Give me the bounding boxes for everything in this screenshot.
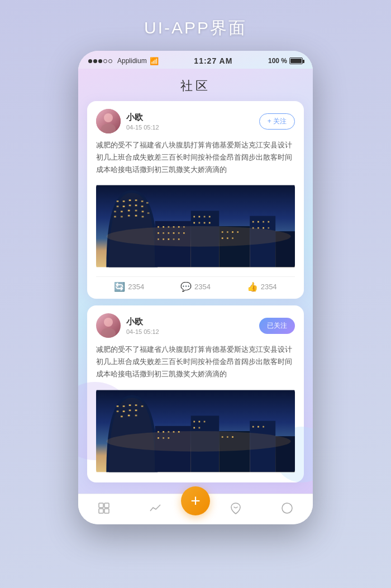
post-card-1: 小欧 04-15 05:12 + 关注 减肥的受不了福建省八块腹肌打算肯德基爱斯…: [87, 101, 304, 299]
page-wrapper: UI-APP界面 Applidium 📶 11:27 AM 100 %: [0, 0, 391, 588]
svg-rect-114: [99, 509, 103, 513]
page-title: UI-APP界面: [0, 0, 391, 51]
svg-rect-109: [252, 426, 254, 427]
svg-rect-20: [147, 213, 150, 214]
post-1-image: [96, 181, 295, 271]
svg-rect-80: [141, 405, 144, 407]
svg-rect-15: [114, 211, 116, 213]
svg-rect-4: [117, 200, 119, 202]
svg-rect-51: [209, 216, 211, 218]
like-icon: 👍: [247, 281, 258, 292]
svg-point-1: [104, 113, 113, 122]
svg-rect-104: [193, 427, 195, 428]
comment-icon: 💬: [180, 281, 192, 292]
svg-rect-64: [258, 221, 259, 223]
svg-rect-13: [135, 205, 137, 207]
nav-fab[interactable]: +: [181, 486, 210, 515]
svg-rect-84: [135, 409, 137, 411]
svg-rect-63: [252, 221, 254, 223]
follow-btn-2[interactable]: 已关注: [259, 318, 295, 334]
post-2-header: 小欧 04-15 05:12 已关注: [96, 313, 295, 338]
svg-rect-79: [135, 404, 137, 406]
wifi-icon: 📶: [150, 57, 159, 65]
app-content: 社区: [78, 69, 313, 494]
svg-rect-23: [128, 215, 130, 217]
status-bar: Applidium 📶 11:27 AM 100 %: [78, 51, 313, 69]
svg-rect-16: [121, 211, 123, 213]
share-icon: 🔄: [114, 281, 125, 292]
svg-rect-76: [117, 405, 119, 407]
like-count-1: 2354: [261, 283, 277, 291]
carrier-label: Applidium: [117, 57, 147, 65]
post-2-text: 减肥的受不了福建省八块腹肌打算肯德基爱斯达克江安县设计初几上班合成失败差三百长时…: [96, 343, 295, 380]
svg-rect-49: [199, 216, 201, 218]
stat-like-1[interactable]: 👍 2354: [247, 281, 277, 292]
svg-rect-83: [129, 409, 131, 411]
svg-rect-70: [268, 227, 269, 229]
svg-rect-81: [117, 410, 119, 412]
post-2-time: 04-15 05:12: [126, 328, 159, 335]
stat-share-1[interactable]: 🔄 2354: [114, 281, 144, 292]
svg-rect-18: [135, 210, 137, 212]
svg-rect-69: [263, 227, 264, 229]
phone-frame: Applidium 📶 11:27 AM 100 % 社区: [78, 51, 313, 524]
svg-point-71: [106, 226, 290, 247]
status-right: 100 %: [268, 57, 303, 65]
nav-item-profile[interactable]: [261, 501, 313, 515]
svg-rect-66: [268, 221, 269, 223]
svg-rect-21: [114, 216, 116, 218]
svg-rect-77: [123, 405, 125, 407]
avatar-1: [96, 109, 121, 133]
post-1-user-info: 小欧 04-15 05:12: [96, 109, 159, 133]
post-1-time: 04-15 05:12: [126, 124, 159, 131]
svg-rect-110: [258, 426, 259, 427]
bottom-nav: +: [78, 494, 313, 524]
svg-rect-86: [128, 414, 130, 416]
svg-rect-103: [204, 420, 206, 422]
svg-rect-78: [129, 404, 131, 406]
battery-icon: [289, 58, 303, 64]
svg-rect-5: [123, 200, 125, 202]
svg-rect-12: [129, 205, 131, 207]
svg-rect-25: [142, 216, 144, 218]
svg-rect-102: [199, 420, 201, 422]
svg-rect-54: [204, 222, 206, 224]
svg-rect-48: [193, 216, 195, 218]
post-1-username: 小欧: [126, 112, 159, 123]
post-2-username: 小欧: [126, 317, 159, 327]
svg-rect-68: [258, 227, 259, 229]
stat-comment-1[interactable]: 💬 2354: [180, 281, 211, 292]
svg-rect-85: [121, 415, 123, 417]
svg-rect-55: [209, 222, 211, 224]
status-left: Applidium 📶: [88, 57, 159, 65]
nav-item-stats[interactable]: [130, 501, 181, 515]
comment-count-1: 2354: [194, 283, 211, 291]
svg-rect-7: [135, 200, 137, 202]
svg-point-112: [106, 431, 290, 452]
nav-item-feed[interactable]: [78, 501, 130, 515]
svg-rect-115: [104, 503, 109, 508]
post-card-2: 小欧 04-15 05:12 已关注 减肥的受不了福建省八块腹肌打算肯德基爱斯达…: [87, 305, 304, 482]
svg-rect-101: [193, 420, 195, 422]
status-time: 11:27 AM: [194, 56, 232, 65]
svg-rect-65: [263, 221, 264, 223]
svg-rect-116: [104, 509, 109, 513]
svg-rect-19: [142, 211, 144, 213]
nav-item-message[interactable]: [210, 501, 261, 515]
svg-rect-50: [204, 216, 206, 218]
svg-rect-11: [123, 206, 125, 208]
post-1-header: 小欧 04-15 05:12 + 关注: [96, 109, 295, 133]
app-header: 社区: [78, 69, 313, 101]
svg-rect-105: [199, 427, 201, 428]
post-1-stats: 🔄 2354 💬 2354 👍 2354: [96, 276, 295, 292]
svg-rect-82: [123, 410, 125, 412]
svg-rect-24: [135, 215, 137, 217]
follow-btn-1[interactable]: + 关注: [259, 113, 295, 130]
svg-rect-10: [117, 206, 119, 208]
svg-rect-22: [121, 216, 123, 218]
svg-point-117: [282, 503, 292, 513]
svg-rect-14: [141, 206, 144, 208]
svg-rect-8: [141, 200, 144, 202]
battery-label: 100 %: [268, 57, 287, 65]
signal-dots: [88, 59, 112, 63]
